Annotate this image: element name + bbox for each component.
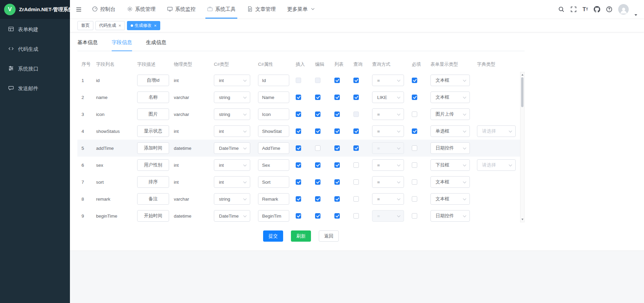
- description-input[interactable]: 名称: [137, 92, 169, 103]
- csharp-type-select[interactable]: string: [214, 193, 250, 205]
- tab-generate-info[interactable]: 生成信息: [146, 39, 166, 51]
- query-method-select[interactable]: =: [372, 159, 404, 171]
- query-checkbox[interactable]: [353, 162, 359, 168]
- csharp-property-input[interactable]: Sex: [258, 159, 289, 171]
- submit-button[interactable]: 提交: [263, 230, 283, 242]
- edit-checkbox[interactable]: [315, 112, 320, 117]
- dict-type-select[interactable]: 请选择: [477, 125, 516, 137]
- display-type-select[interactable]: 文本框: [430, 75, 470, 86]
- query-method-select[interactable]: =: [372, 75, 404, 86]
- search-icon[interactable]: [558, 6, 565, 13]
- csharp-property-input[interactable]: BeginTim: [258, 210, 289, 222]
- query-checkbox[interactable]: [353, 78, 359, 83]
- csharp-type-select[interactable]: DateTime: [214, 210, 250, 222]
- description-input[interactable]: 用户性别: [137, 159, 169, 171]
- list-checkbox[interactable]: [334, 128, 340, 134]
- insert-checkbox[interactable]: [296, 196, 301, 202]
- list-checkbox[interactable]: [334, 162, 340, 168]
- sidebar-item-system-api[interactable]: 系统接口: [0, 59, 70, 79]
- description-input[interactable]: 自增id: [137, 75, 169, 86]
- query-checkbox[interactable]: [353, 145, 359, 151]
- dict-type-select[interactable]: 请选择: [477, 159, 516, 171]
- insert-checkbox[interactable]: [296, 95, 301, 100]
- query-checkbox[interactable]: [353, 95, 359, 100]
- query-method-select[interactable]: =: [372, 108, 404, 120]
- display-type-select[interactable]: 日期控件: [430, 142, 470, 154]
- tab-basic-info[interactable]: 基本信息: [77, 39, 98, 51]
- fullscreen-icon[interactable]: [570, 6, 577, 13]
- list-checkbox[interactable]: [334, 196, 340, 202]
- edit-checkbox[interactable]: [315, 213, 320, 219]
- description-input[interactable]: 排序: [137, 176, 169, 188]
- back-button[interactable]: 返回: [319, 230, 339, 242]
- csharp-property-input[interactable]: AddTime: [258, 142, 289, 154]
- required-checkbox[interactable]: [412, 162, 417, 168]
- list-checkbox[interactable]: [334, 213, 340, 219]
- tag-code-gen[interactable]: 代码生成 ×: [95, 21, 125, 30]
- list-checkbox[interactable]: [334, 112, 340, 117]
- refresh-button[interactable]: 刷新: [291, 230, 311, 242]
- scroll-up-arrow[interactable]: [520, 73, 524, 77]
- description-input[interactable]: 图片: [137, 108, 169, 120]
- list-checkbox[interactable]: [334, 145, 340, 151]
- required-checkbox[interactable]: [412, 112, 417, 117]
- query-checkbox[interactable]: [353, 128, 359, 134]
- close-icon[interactable]: ×: [154, 23, 157, 28]
- csharp-property-input[interactable]: Icon: [258, 108, 289, 120]
- list-checkbox[interactable]: [334, 95, 340, 100]
- required-checkbox[interactable]: [412, 78, 417, 83]
- description-input[interactable]: 开始时间: [137, 210, 169, 222]
- sidebar-item-form-build[interactable]: 表单构建: [0, 20, 70, 39]
- nav-item-system-tools[interactable]: 系统工具: [201, 0, 241, 19]
- description-input[interactable]: 备注: [137, 193, 169, 205]
- query-checkbox[interactable]: [353, 196, 359, 202]
- display-type-select[interactable]: 下拉框: [430, 159, 470, 171]
- edit-checkbox[interactable]: [315, 196, 320, 202]
- font-size-icon[interactable]: TT: [583, 7, 588, 12]
- table-scrollbar[interactable]: [520, 72, 525, 222]
- display-type-select[interactable]: 图片上传: [430, 108, 470, 120]
- required-checkbox[interactable]: [412, 95, 417, 100]
- insert-checkbox[interactable]: [296, 112, 301, 117]
- csharp-type-select[interactable]: int: [214, 125, 250, 137]
- query-method-select[interactable]: =: [372, 125, 404, 137]
- tag-home[interactable]: 首页: [77, 21, 93, 30]
- display-type-select[interactable]: 日期控件: [430, 210, 470, 222]
- edit-checkbox[interactable]: [315, 145, 320, 151]
- required-checkbox[interactable]: [412, 128, 417, 134]
- required-checkbox[interactable]: [412, 145, 417, 151]
- sidebar-item-code-gen[interactable]: 代码生成: [0, 39, 70, 59]
- query-method-select[interactable]: =: [372, 193, 404, 205]
- nav-item-system-manage[interactable]: 系统管理: [121, 0, 161, 19]
- insert-checkbox[interactable]: [296, 179, 301, 185]
- csharp-property-input[interactable]: Id: [258, 75, 289, 86]
- app-logo-bar[interactable]: V ZrAdmin.NET-管理系统: [0, 0, 70, 19]
- csharp-type-select[interactable]: int: [214, 176, 250, 188]
- csharp-type-select[interactable]: string: [214, 92, 250, 103]
- csharp-property-input[interactable]: Sort: [258, 176, 289, 188]
- close-icon[interactable]: ×: [118, 23, 121, 28]
- help-icon[interactable]: [606, 6, 612, 13]
- tab-field-info[interactable]: 字段信息: [112, 39, 132, 51]
- query-checkbox[interactable]: [353, 179, 359, 185]
- scroll-down-arrow[interactable]: [520, 217, 524, 222]
- edit-checkbox[interactable]: [315, 179, 320, 185]
- description-input[interactable]: 显示状态: [137, 125, 169, 137]
- insert-checkbox[interactable]: [296, 213, 301, 219]
- edit-checkbox[interactable]: [315, 95, 320, 100]
- list-checkbox[interactable]: [334, 78, 340, 83]
- display-type-select[interactable]: 文本框: [430, 176, 470, 188]
- required-checkbox[interactable]: [412, 213, 417, 219]
- list-checkbox[interactable]: [334, 179, 340, 185]
- csharp-type-select[interactable]: int: [214, 159, 250, 171]
- csharp-type-select[interactable]: int: [214, 75, 250, 86]
- nav-item-dashboard[interactable]: 控制台: [86, 0, 121, 19]
- nav-item-article-manage[interactable]: 文章管理: [241, 0, 281, 19]
- required-checkbox[interactable]: [412, 179, 417, 185]
- csharp-property-input[interactable]: ShowStat: [258, 125, 289, 137]
- avatar[interactable]: [618, 4, 629, 15]
- insert-checkbox[interactable]: [296, 128, 301, 134]
- hamburger-icon[interactable]: [75, 6, 82, 13]
- insert-checkbox[interactable]: [296, 145, 301, 151]
- csharp-property-input[interactable]: Remark: [258, 193, 289, 205]
